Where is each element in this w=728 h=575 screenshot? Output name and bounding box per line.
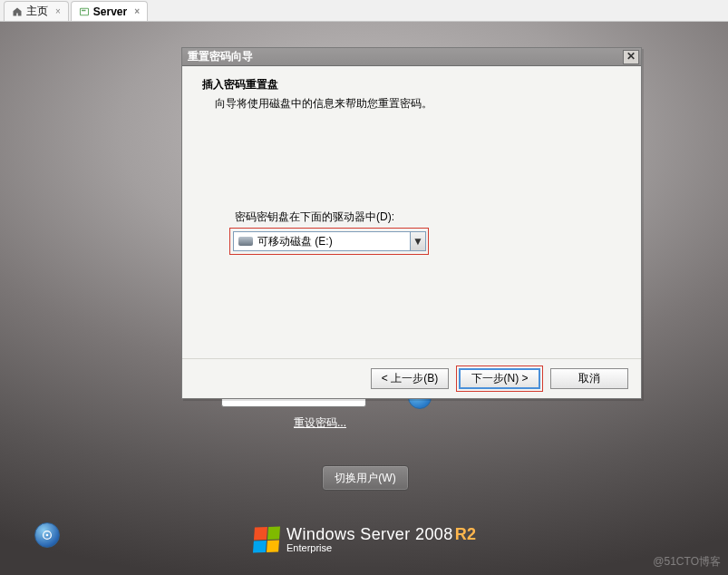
reset-password-wizard: 重置密码向导 ✕ 插入密码重置盘 向导将使用磁盘中的信息来帮助您重置密码。 密码…: [181, 47, 642, 399]
reset-password-link[interactable]: 重设密码...: [294, 415, 346, 431]
windows-logo-icon: [253, 526, 280, 552]
tab-label: Server: [93, 5, 127, 18]
home-icon: [12, 6, 23, 17]
dialog-heading: 插入密码重置盘: [202, 77, 625, 93]
close-icon[interactable]: ×: [55, 6, 61, 16]
disk-icon: [238, 237, 253, 246]
dialog-button-bar: < 上一步(B) 下一步(N) > 取消: [182, 358, 641, 398]
next-button-highlight: 下一步(N) >: [456, 365, 543, 392]
switch-user-button[interactable]: 切换用户(W): [322, 465, 409, 491]
login-screen: 重设密码... 切换用户(W) Windows Server 2008R2 En…: [0, 22, 728, 575]
ease-of-access-button[interactable]: [34, 522, 60, 548]
chevron-down-icon[interactable]: ▼: [410, 232, 425, 250]
tab-server[interactable]: Server ×: [71, 1, 148, 21]
cancel-button[interactable]: 取消: [550, 368, 628, 389]
drive-select-highlight: 可移动磁盘 (E:) ▼: [229, 228, 429, 255]
close-button[interactable]: ✕: [623, 50, 639, 64]
branding-text: Windows Server 2008R2 Enterprise: [286, 525, 477, 553]
os-branding: Windows Server 2008R2 Enterprise: [254, 525, 477, 553]
tab-home[interactable]: 主页 ×: [4, 1, 69, 21]
tab-strip: 主页 × Server ×: [0, 0, 728, 22]
svg-rect-1: [82, 9, 86, 11]
dialog-subheading: 向导将使用磁盘中的信息来帮助您重置密码。: [215, 96, 625, 112]
svg-rect-0: [80, 8, 88, 15]
watermark: @51CTO博客: [653, 554, 721, 570]
tab-label: 主页: [26, 4, 48, 19]
dialog-titlebar[interactable]: 重置密码向导 ✕: [182, 48, 641, 66]
drive-field-label: 密码密钥盘在下面的驱动器中(D):: [235, 210, 394, 225]
drive-select-value: 可移动磁盘 (E:): [257, 234, 333, 249]
svg-point-3: [46, 534, 49, 537]
next-button[interactable]: 下一步(N) >: [459, 368, 540, 389]
server-icon: [79, 6, 90, 17]
back-button[interactable]: < 上一步(B): [371, 368, 449, 389]
dialog-content: 插入密码重置盘 向导将使用磁盘中的信息来帮助您重置密码。 密码密钥盘在下面的驱动…: [182, 66, 641, 358]
gear-icon: [41, 529, 53, 541]
dialog-title: 重置密码向导: [188, 49, 253, 64]
drive-select[interactable]: 可移动磁盘 (E:) ▼: [233, 231, 426, 251]
close-icon[interactable]: ×: [134, 6, 140, 16]
